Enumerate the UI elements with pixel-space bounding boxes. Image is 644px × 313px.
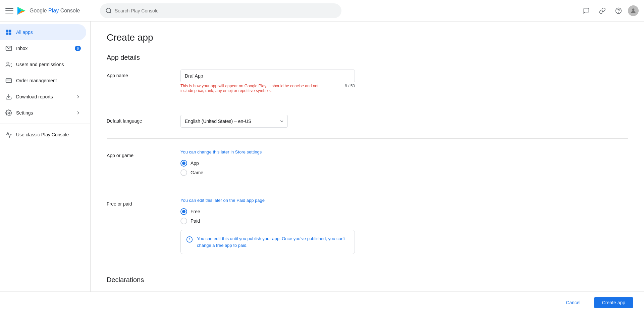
svg-rect-7 [6, 33, 9, 35]
free-paid-info-box: You can edit this until you publish your… [180, 230, 355, 254]
sidebar-item-label: All apps [16, 30, 33, 35]
link-icon [599, 7, 606, 14]
svg-rect-5 [6, 30, 9, 32]
info-icon [186, 236, 193, 243]
svg-point-14 [8, 112, 10, 114]
settings-icon [5, 109, 12, 116]
declarations-section: Declarations Developer Program Policies … [107, 265, 628, 292]
search-input[interactable] [115, 8, 336, 13]
avatar[interactable] [628, 5, 639, 16]
sidebar-item-users-permissions[interactable]: Users and permissions [0, 56, 86, 73]
topbar-right [580, 4, 639, 17]
app-or-game-radio-group: App Game [180, 160, 355, 176]
radio-circle-game [180, 169, 187, 176]
sidebar-item-label: Inbox [16, 46, 28, 51]
radio-label-free: Free [191, 209, 200, 214]
declarations-title: Declarations [107, 276, 628, 284]
main-layout: All apps Inbox 6 Users and permissions [0, 21, 644, 292]
svg-point-3 [619, 12, 619, 12]
default-language-control: English (United States) – en-US [180, 115, 355, 128]
download-icon [5, 93, 12, 100]
radio-item-paid[interactable]: Paid [180, 218, 355, 224]
radio-item-app[interactable]: App [180, 160, 355, 167]
svg-point-0 [106, 8, 111, 12]
svg-rect-11 [6, 79, 12, 83]
sidebar-item-inbox[interactable]: Inbox 6 [0, 40, 86, 56]
radio-label-paid: Paid [191, 218, 200, 224]
app-name-control: This is how your app will appear on Goog… [180, 70, 355, 93]
chevron-right-icon [75, 110, 81, 116]
app-name-label: App name [107, 70, 180, 78]
sidebar: All apps Inbox 6 Users and permissions [0, 21, 91, 292]
svg-rect-8 [9, 33, 11, 35]
app-or-game-label: App or game [107, 149, 180, 158]
radio-circle-free [180, 208, 187, 215]
classic-icon [5, 131, 12, 138]
sidebar-item-label: Use classic Play Console [16, 132, 69, 137]
topbar: Google Play Console [0, 0, 644, 21]
sidebar-item-settings[interactable]: Settings [0, 105, 86, 121]
play-logo-icon [16, 5, 27, 16]
free-or-paid-row: Free or paid You can edit this later on … [107, 198, 628, 254]
grid-icon [5, 29, 12, 36]
create-app-button[interactable]: Create app [594, 297, 633, 308]
free-or-paid-radio-group: Free Paid [180, 208, 355, 224]
free-or-paid-hint: You can edit this later on the Paid app … [180, 198, 355, 203]
svg-rect-6 [9, 30, 11, 32]
radio-item-free[interactable]: Free [180, 208, 355, 215]
radio-circle-app [180, 160, 187, 167]
free-paid-info-text: You can edit this until you publish your… [197, 235, 349, 249]
sidebar-item-label: Download reports [16, 94, 53, 99]
default-language-row: Default language English (United States)… [107, 115, 628, 139]
sidebar-divider [0, 124, 90, 124]
sidebar-item-label: Users and permissions [16, 62, 64, 67]
menu-icon[interactable] [5, 7, 13, 15]
message-icon [583, 7, 590, 14]
radio-item-game[interactable]: Game [180, 169, 355, 176]
sidebar-item-label: Order management [16, 78, 57, 83]
app-name-input[interactable] [180, 70, 355, 82]
link-button[interactable] [596, 4, 609, 17]
help-icon [615, 7, 622, 14]
svg-point-10 [7, 62, 9, 64]
radio-circle-paid [180, 218, 187, 224]
sidebar-item-order-management[interactable]: Order management [0, 73, 86, 89]
people-icon [5, 61, 12, 68]
free-or-paid-control: You can edit this later on the Paid app … [180, 198, 355, 254]
free-or-paid-label: Free or paid [107, 198, 180, 207]
content-area: Create app App details App name This is … [91, 21, 644, 292]
app-details-title: App details [107, 54, 628, 61]
sidebar-item-label: Settings [16, 110, 33, 116]
svg-point-4 [632, 8, 635, 11]
chevron-right-icon [75, 94, 81, 99]
card-icon [5, 77, 12, 84]
inbox-icon [5, 45, 12, 52]
logo-text: Google Play Console [30, 8, 80, 14]
sidebar-item-download-reports[interactable]: Download reports [0, 89, 86, 105]
default-language-select-wrapper: English (United States) – en-US [180, 115, 288, 128]
avatar-icon [630, 7, 637, 14]
radio-label-app: App [191, 161, 199, 166]
app-or-game-control: You can change this later in Store setti… [180, 149, 355, 176]
help-button[interactable] [612, 4, 625, 17]
default-language-label: Default language [107, 115, 180, 124]
bottom-bar: Cancel Create app [0, 292, 644, 313]
page-title: Create app [107, 32, 628, 43]
app-or-game-row: App or game You can change this later in… [107, 149, 628, 187]
radio-label-game: Game [191, 170, 203, 175]
default-language-select[interactable]: English (United States) – en-US [180, 115, 288, 128]
app-name-row: App name This is how your app will appea… [107, 70, 628, 104]
topbar-left: Google Play Console [5, 5, 96, 16]
search-bar[interactable] [100, 3, 341, 18]
inbox-badge: 6 [75, 46, 81, 51]
app-name-hint: This is how your app will appear on Goog… [180, 84, 355, 93]
sidebar-item-all-apps[interactable]: All apps [0, 24, 86, 40]
messages-button[interactable] [580, 4, 593, 17]
search-icon [105, 7, 112, 14]
cancel-button[interactable]: Cancel [558, 297, 589, 308]
app-or-game-hint: You can change this later in Store setti… [180, 149, 355, 154]
sidebar-item-use-classic[interactable]: Use classic Play Console [0, 127, 86, 143]
svg-line-1 [110, 12, 111, 13]
